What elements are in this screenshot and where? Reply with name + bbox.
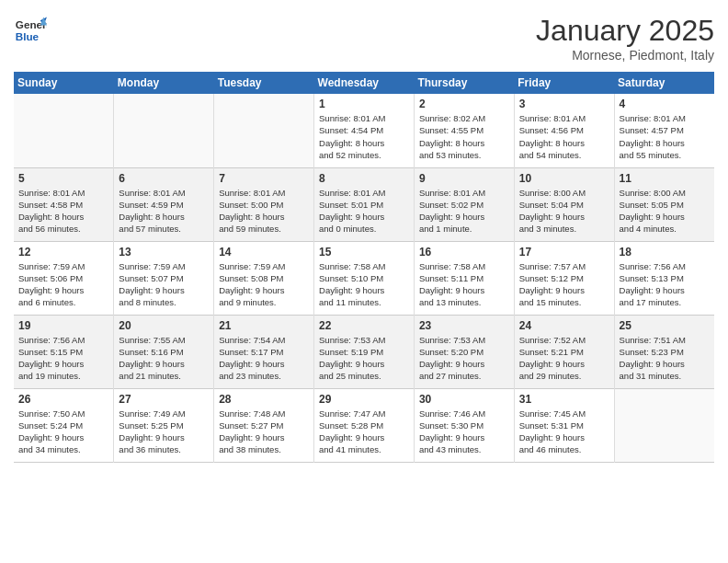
week-row-4: 19Sunrise: 7:56 AM Sunset: 5:15 PM Dayli… [14, 315, 714, 388]
day-info: Sunrise: 7:56 AM Sunset: 5:15 PM Dayligh… [18, 334, 108, 383]
day-number: 18 [620, 246, 710, 259]
day-info: Sunrise: 7:45 AM Sunset: 5:31 PM Dayligh… [519, 408, 609, 456]
calendar-cell: 5Sunrise: 8:01 AM Sunset: 4:58 PM Daylig… [14, 167, 114, 241]
day-info: Sunrise: 7:58 AM Sunset: 5:11 PM Dayligh… [419, 260, 509, 309]
calendar-cell: 13Sunrise: 7:59 AM Sunset: 5:07 PM Dayli… [114, 241, 214, 315]
calendar-cell: 3Sunrise: 8:01 AM Sunset: 4:56 PM Daylig… [514, 94, 614, 167]
day-info: Sunrise: 7:58 AM Sunset: 5:10 PM Dayligh… [319, 260, 409, 309]
day-info: Sunrise: 7:59 AM Sunset: 5:06 PM Dayligh… [18, 260, 108, 309]
day-number: 3 [519, 98, 609, 110]
calendar-cell: 19Sunrise: 7:56 AM Sunset: 5:15 PM Dayli… [14, 315, 114, 388]
week-row-5: 26Sunrise: 7:50 AM Sunset: 5:24 PM Dayli… [14, 388, 714, 462]
calendar-cell [614, 388, 714, 462]
calendar-table: SundayMondayTuesdayWednesdayThursdayFrid… [14, 72, 714, 463]
day-number: 9 [419, 172, 509, 185]
calendar-cell: 28Sunrise: 7:48 AM Sunset: 5:27 PM Dayli… [214, 388, 314, 462]
day-info: Sunrise: 8:01 AM Sunset: 5:00 PM Dayligh… [219, 187, 309, 236]
day-number: 2 [419, 98, 509, 110]
calendar-cell: 27Sunrise: 7:49 AM Sunset: 5:25 PM Dayli… [114, 388, 214, 462]
day-number: 11 [620, 172, 710, 185]
weekday-header-monday: Monday [114, 72, 214, 94]
calendar-cell: 12Sunrise: 7:59 AM Sunset: 5:06 PM Dayli… [14, 241, 114, 315]
day-info: Sunrise: 8:01 AM Sunset: 5:02 PM Dayligh… [419, 187, 509, 236]
day-info: Sunrise: 8:01 AM Sunset: 4:59 PM Dayligh… [119, 187, 209, 236]
weekday-header-sunday: Sunday [14, 72, 114, 94]
day-info: Sunrise: 8:00 AM Sunset: 5:04 PM Dayligh… [519, 187, 609, 236]
day-number: 5 [18, 172, 108, 185]
calendar-cell: 8Sunrise: 8:01 AM Sunset: 5:01 PM Daylig… [314, 167, 415, 241]
calendar-cell: 9Sunrise: 8:01 AM Sunset: 5:02 PM Daylig… [414, 167, 514, 241]
calendar-cell: 30Sunrise: 7:46 AM Sunset: 5:30 PM Dayli… [414, 388, 514, 462]
day-info: Sunrise: 7:47 AM Sunset: 5:28 PM Dayligh… [319, 408, 409, 456]
day-number: 24 [519, 319, 609, 332]
calendar-cell: 4Sunrise: 8:01 AM Sunset: 4:57 PM Daylig… [614, 94, 714, 167]
day-info: Sunrise: 7:46 AM Sunset: 5:30 PM Dayligh… [419, 408, 509, 456]
logo-icon: General Blue [14, 14, 47, 47]
day-info: Sunrise: 7:59 AM Sunset: 5:07 PM Dayligh… [119, 260, 209, 309]
calendar-cell: 11Sunrise: 8:00 AM Sunset: 5:05 PM Dayli… [614, 167, 714, 241]
day-number: 22 [319, 319, 409, 332]
day-number: 16 [419, 246, 509, 259]
calendar-cell: 15Sunrise: 7:58 AM Sunset: 5:10 PM Dayli… [314, 241, 415, 315]
weekday-header-wednesday: Wednesday [314, 72, 415, 94]
calendar-cell: 6Sunrise: 8:01 AM Sunset: 4:59 PM Daylig… [114, 167, 214, 241]
calendar-cell [14, 94, 114, 167]
day-info: Sunrise: 7:51 AM Sunset: 5:23 PM Dayligh… [620, 334, 710, 383]
page-header: General Blue January 2025 Mornese, Piedm… [14, 14, 714, 63]
day-number: 21 [219, 319, 309, 332]
calendar-cell: 18Sunrise: 7:56 AM Sunset: 5:13 PM Dayli… [614, 241, 714, 315]
day-number: 10 [519, 172, 609, 185]
calendar-cell: 14Sunrise: 7:59 AM Sunset: 5:08 PM Dayli… [214, 241, 314, 315]
day-info: Sunrise: 8:02 AM Sunset: 4:55 PM Dayligh… [419, 112, 509, 161]
day-number: 26 [18, 393, 108, 406]
calendar-cell [214, 94, 314, 167]
weekday-header-thursday: Thursday [414, 72, 514, 94]
day-info: Sunrise: 8:01 AM Sunset: 5:01 PM Dayligh… [319, 187, 409, 236]
logo: General Blue [14, 14, 47, 47]
day-number: 20 [119, 319, 209, 332]
calendar-cell: 24Sunrise: 7:52 AM Sunset: 5:21 PM Dayli… [514, 315, 614, 388]
calendar-cell: 31Sunrise: 7:45 AM Sunset: 5:31 PM Dayli… [514, 388, 614, 462]
weekday-header-tuesday: Tuesday [214, 72, 314, 94]
day-number: 29 [319, 393, 409, 406]
day-info: Sunrise: 7:49 AM Sunset: 5:25 PM Dayligh… [119, 408, 209, 456]
day-number: 30 [419, 393, 509, 406]
day-info: Sunrise: 7:48 AM Sunset: 5:27 PM Dayligh… [219, 408, 309, 456]
svg-text:Blue: Blue [16, 30, 40, 42]
day-info: Sunrise: 7:50 AM Sunset: 5:24 PM Dayligh… [18, 408, 108, 456]
day-number: 7 [219, 172, 309, 185]
day-number: 8 [319, 172, 409, 185]
day-info: Sunrise: 7:55 AM Sunset: 5:16 PM Dayligh… [119, 334, 209, 383]
calendar-cell: 23Sunrise: 7:53 AM Sunset: 5:20 PM Dayli… [414, 315, 514, 388]
calendar-cell: 1Sunrise: 8:01 AM Sunset: 4:54 PM Daylig… [314, 94, 415, 167]
day-info: Sunrise: 8:00 AM Sunset: 5:05 PM Dayligh… [620, 187, 710, 236]
weekday-header-row: SundayMondayTuesdayWednesdayThursdayFrid… [14, 72, 714, 94]
day-info: Sunrise: 7:52 AM Sunset: 5:21 PM Dayligh… [519, 334, 609, 383]
day-number: 23 [419, 319, 509, 332]
week-row-3: 12Sunrise: 7:59 AM Sunset: 5:06 PM Dayli… [14, 241, 714, 315]
calendar-cell: 22Sunrise: 7:53 AM Sunset: 5:19 PM Dayli… [314, 315, 415, 388]
day-number: 13 [119, 246, 209, 259]
day-info: Sunrise: 7:56 AM Sunset: 5:13 PM Dayligh… [620, 260, 710, 309]
day-number: 12 [18, 246, 108, 259]
weekday-header-saturday: Saturday [614, 72, 714, 94]
day-info: Sunrise: 7:59 AM Sunset: 5:08 PM Dayligh… [219, 260, 309, 309]
title-block: January 2025 Mornese, Piedmont, Italy [536, 14, 714, 63]
day-number: 6 [119, 172, 209, 185]
calendar-cell: 10Sunrise: 8:00 AM Sunset: 5:04 PM Dayli… [514, 167, 614, 241]
day-info: Sunrise: 8:01 AM Sunset: 4:56 PM Dayligh… [519, 112, 609, 161]
calendar-cell: 25Sunrise: 7:51 AM Sunset: 5:23 PM Dayli… [614, 315, 714, 388]
week-row-2: 5Sunrise: 8:01 AM Sunset: 4:58 PM Daylig… [14, 167, 714, 241]
calendar-cell: 16Sunrise: 7:58 AM Sunset: 5:11 PM Dayli… [414, 241, 514, 315]
day-info: Sunrise: 8:01 AM Sunset: 4:58 PM Dayligh… [18, 187, 108, 236]
day-info: Sunrise: 8:01 AM Sunset: 4:57 PM Dayligh… [620, 112, 710, 161]
calendar-cell: 29Sunrise: 7:47 AM Sunset: 5:28 PM Dayli… [314, 388, 415, 462]
calendar-cell: 20Sunrise: 7:55 AM Sunset: 5:16 PM Dayli… [114, 315, 214, 388]
day-number: 4 [620, 98, 710, 110]
day-number: 19 [18, 319, 108, 332]
day-number: 25 [620, 319, 710, 332]
calendar-cell: 26Sunrise: 7:50 AM Sunset: 5:24 PM Dayli… [14, 388, 114, 462]
calendar-cell: 2Sunrise: 8:02 AM Sunset: 4:55 PM Daylig… [414, 94, 514, 167]
day-number: 27 [119, 393, 209, 406]
calendar-cell: 7Sunrise: 8:01 AM Sunset: 5:00 PM Daylig… [214, 167, 314, 241]
